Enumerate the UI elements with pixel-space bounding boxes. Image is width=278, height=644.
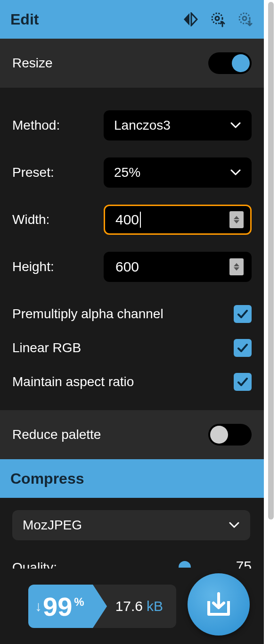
compress-header: Compress [0, 459, 264, 498]
palette-label: Reduce palette [12, 427, 101, 442]
percent-sign: % [74, 595, 84, 609]
svg-point-1 [215, 17, 219, 20]
filesize-value: 17.6 [115, 598, 143, 614]
chevron-down-icon [229, 520, 240, 531]
savings-percent: 99 [43, 591, 72, 622]
down-arrow-icon: ↓ [35, 598, 42, 614]
filesize-unit: kB [147, 598, 163, 614]
preset-select[interactable]: 25% [104, 157, 252, 188]
results-bar: ↓ 99 % 17.6 kB [0, 569, 264, 644]
method-value: Lanczos3 [114, 118, 171, 133]
options-panel: Edit Resize Method: Lanczos3 [0, 0, 264, 644]
codec-value: MozJPEG [23, 518, 82, 533]
edit-title: Edit [10, 11, 39, 28]
savings-pill: ↓ 99 % 17.6 kB [28, 585, 176, 628]
text-caret [140, 212, 141, 228]
settings-export-icon[interactable] [237, 11, 253, 27]
resize-controls: Method: Lanczos3 Preset: 25% Width: 400 [0, 88, 264, 410]
height-label: Height: [12, 259, 54, 274]
download-icon [204, 590, 233, 619]
linear-rgb-checkbox[interactable] [234, 339, 252, 357]
compress-title: Compress [10, 470, 84, 487]
svg-point-2 [239, 13, 250, 24]
premultiply-label: Premultiply alpha channel [12, 306, 164, 322]
chevron-down-icon [230, 167, 241, 178]
svg-point-3 [243, 17, 246, 20]
resize-section-header: Resize [0, 39, 264, 88]
preset-value: 25% [114, 165, 140, 180]
scrollbar-thumb[interactable] [268, 2, 274, 520]
width-input[interactable]: 400 [104, 205, 252, 235]
edit-header: Edit [0, 0, 264, 39]
width-stepper[interactable] [229, 211, 244, 228]
method-select[interactable]: Lanczos3 [104, 110, 252, 140]
savings-badge: ↓ 99 % [28, 585, 93, 628]
preset-label: Preset: [12, 165, 54, 180]
resize-label: Resize [12, 56, 53, 71]
height-input[interactable]: 600 [104, 252, 252, 282]
compare-icon[interactable] [182, 12, 199, 26]
resize-toggle[interactable] [208, 52, 252, 74]
palette-toggle[interactable] [208, 424, 252, 446]
aspect-label: Maintain aspect ratio [12, 374, 134, 389]
linear-rgb-label: Linear RGB [12, 340, 81, 355]
height-stepper[interactable] [229, 258, 244, 275]
aspect-checkbox[interactable] [234, 373, 252, 391]
width-label: Width: [12, 212, 49, 227]
settings-import-icon[interactable] [210, 11, 226, 27]
scrollbar[interactable] [264, 0, 278, 644]
svg-point-0 [212, 13, 222, 24]
chevron-down-icon [230, 120, 241, 131]
premultiply-checkbox[interactable] [234, 305, 252, 323]
codec-select[interactable]: MozJPEG [12, 510, 250, 540]
palette-section: Reduce palette [0, 410, 264, 459]
method-label: Method: [12, 118, 60, 133]
download-button[interactable] [188, 573, 250, 636]
height-value: 600 [115, 259, 139, 275]
header-icons [182, 11, 253, 27]
width-value: 400 [115, 212, 139, 228]
